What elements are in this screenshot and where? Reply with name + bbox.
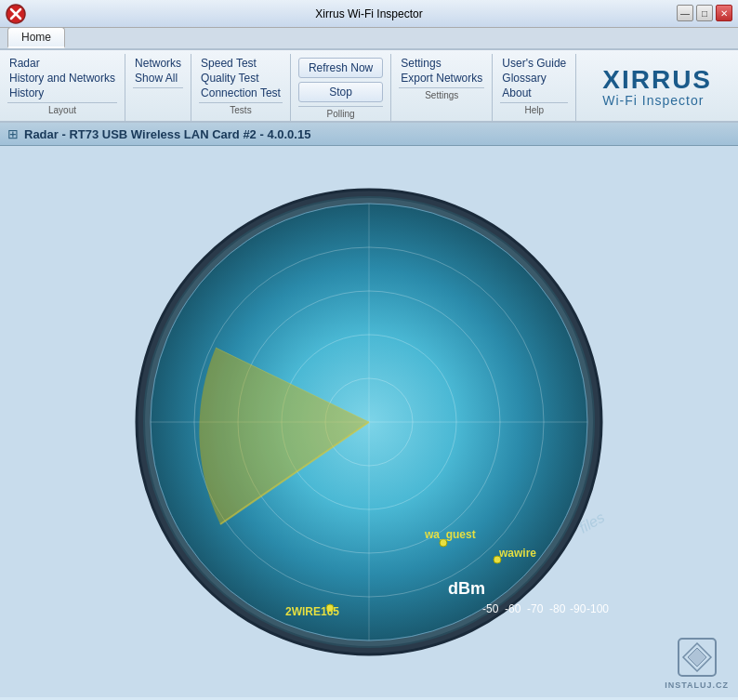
maximize-button[interactable]: □	[696, 5, 713, 21]
networks-label	[133, 87, 183, 100]
layout-items: Radar History and Networks History	[7, 56, 117, 100]
ribbon-settings[interactable]: Settings	[399, 56, 484, 71]
minimize-button[interactable]: —	[677, 5, 693, 21]
logo-text: XIRRUS Wi-Fi Inspector	[602, 67, 712, 108]
tests-label: Tests	[199, 102, 283, 115]
radar-panel-icon: ⊞	[7, 126, 19, 141]
svg-text:-90: -90	[570, 602, 586, 615]
close-button[interactable]: ✕	[716, 5, 732, 21]
svg-text:-100: -100	[586, 602, 609, 615]
watermark: INSTALUJ.CZ	[665, 634, 729, 690]
svg-text:-70: -70	[527, 602, 544, 615]
help-label: Help	[500, 102, 568, 115]
tab-bar: Home	[0, 28, 738, 50]
ribbon-group-layout: Radar History and Networks History Layou…	[0, 54, 125, 121]
app-icon	[6, 4, 26, 24]
ribbon-group-tests: Speed Test Quality Test Connection Test …	[191, 54, 291, 121]
title-bar: Xirrus Wi-Fi Inspector — □ ✕	[0, 0, 738, 28]
networks-items: Networks Show All	[133, 56, 183, 86]
tests-items: Speed Test Quality Test Connection Test	[199, 56, 283, 100]
panel-header: ⊞ Radar - RT73 USB Wireless LAN Card #2 …	[0, 123, 738, 146]
ribbon-group-help: User's Guide Glossary About Help	[493, 54, 576, 121]
svg-text:dBm: dBm	[448, 579, 485, 598]
svg-text:wa_guest: wa_guest	[424, 528, 476, 541]
watermark-text: INSTALUJ.CZ	[665, 680, 729, 690]
logo-brand: XIRRUS	[602, 67, 712, 93]
ribbon-history[interactable]: History	[7, 86, 117, 100]
stop-button[interactable]: Stop	[298, 82, 383, 102]
logo-subtitle: Wi-Fi Inspector	[602, 93, 704, 108]
ribbon-export-networks[interactable]: Export Networks	[399, 71, 484, 86]
ribbon-quality-test[interactable]: Quality Test	[199, 71, 283, 86]
panel-header-text: Radar - RT73 USB Wireless LAN Card #2 - …	[24, 127, 310, 141]
svg-text:2WIRE165: 2WIRE165	[285, 605, 339, 618]
main-content: wa_guest wawire 2WIRE165 WEST2184 dBm -5…	[0, 146, 738, 697]
radar-container: wa_guest wawire 2WIRE165 WEST2184 dBm -5…	[127, 180, 611, 664]
logo-area: XIRRUS Wi-Fi Inspector	[576, 54, 738, 121]
svg-text:wawire: wawire	[498, 547, 536, 560]
svg-text:-50: -50	[482, 602, 499, 615]
ribbon-group-networks: Networks Show All	[125, 54, 191, 121]
home-tab[interactable]: Home	[7, 27, 65, 48]
svg-text:-60: -60	[505, 602, 521, 615]
ribbon-group-settings: Settings Export Networks Settings	[391, 54, 493, 121]
refresh-now-button[interactable]: Refresh Now	[298, 58, 383, 78]
title-text: Xirrus Wi-Fi Inspector	[315, 7, 422, 20]
help-items: User's Guide Glossary About	[500, 56, 568, 100]
settings-label: Settings	[399, 87, 484, 100]
layout-label: Layout	[7, 102, 117, 115]
svg-text:-80: -80	[549, 602, 566, 615]
ribbon-networks[interactable]: Networks	[133, 56, 183, 71]
ribbon-radar[interactable]: Radar	[7, 56, 117, 71]
window-controls: — □ ✕	[677, 5, 732, 21]
ribbon-history-networks[interactable]: History and Networks	[7, 71, 117, 86]
polling-label: Polling	[298, 106, 383, 119]
ribbon-glossary[interactable]: Glossary	[500, 71, 568, 86]
ribbon-users-guide[interactable]: User's Guide	[500, 56, 568, 71]
ribbon-about[interactable]: About	[500, 86, 568, 100]
ribbon-group-polling: Refresh Now Stop Polling	[291, 54, 391, 121]
settings-items: Settings Export Networks	[399, 56, 484, 86]
ribbon: Radar History and Networks History Layou…	[0, 50, 738, 123]
ribbon-speed-test[interactable]: Speed Test	[199, 56, 283, 71]
ribbon-connection-test[interactable]: Connection Test	[199, 86, 283, 100]
ribbon-show-all[interactable]: Show All	[133, 71, 183, 86]
